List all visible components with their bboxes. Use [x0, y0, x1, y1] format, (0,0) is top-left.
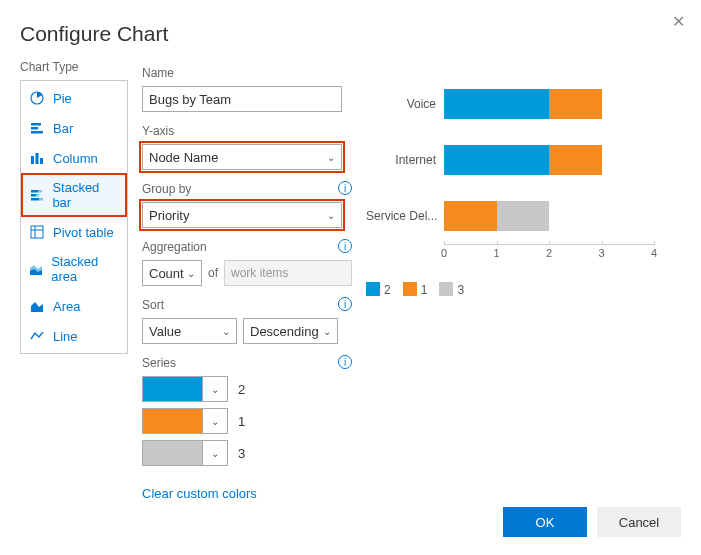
name-value: Bugs by Team [149, 92, 231, 107]
chart-type-line[interactable]: Line [21, 321, 127, 351]
chevron-down-icon: ⌄ [202, 441, 227, 465]
column-icon [29, 150, 45, 166]
chart-type-bar[interactable]: Bar [21, 113, 127, 143]
sort-by-select[interactable]: Value ⌄ [142, 318, 237, 344]
svg-rect-10 [36, 194, 39, 197]
yaxis-value: Node Name [149, 150, 218, 165]
info-icon[interactable]: i [338, 181, 352, 195]
sort-by-value: Value [149, 324, 181, 339]
chart-type-stacked-bar[interactable]: Stacked bar [21, 173, 127, 217]
bar-category-label: Voice [366, 97, 444, 111]
bar-segment [497, 201, 550, 231]
svg-rect-4 [31, 156, 34, 164]
legend-swatch [403, 282, 417, 296]
ok-label: OK [536, 515, 555, 530]
series-row: ⌄1 [142, 408, 352, 434]
area-icon [29, 298, 45, 314]
aggregation-select[interactable]: Count ⌄ [142, 260, 202, 286]
svg-rect-12 [39, 198, 43, 201]
yaxis-label: Y-axis [142, 124, 352, 138]
name-input[interactable]: Bugs by Team [142, 86, 342, 112]
aggregation-label: Aggregation [142, 240, 207, 254]
groupby-value: Priority [149, 208, 189, 223]
of-value: work items [231, 266, 288, 280]
bar-category-label: Internet [366, 153, 444, 167]
bar-row: Internet [366, 132, 656, 188]
svg-rect-6 [40, 158, 43, 164]
svg-rect-13 [31, 226, 43, 238]
clear-colors-link[interactable]: Clear custom colors [142, 486, 352, 501]
pie-icon [29, 90, 45, 106]
of-input: work items [224, 260, 352, 286]
series-color-select[interactable]: ⌄ [142, 440, 228, 466]
bar-track [444, 89, 656, 119]
chart-type-label-text: Area [53, 299, 80, 314]
svg-rect-11 [31, 198, 39, 201]
color-swatch [143, 441, 202, 465]
yaxis-select[interactable]: Node Name ⌄ [142, 144, 342, 170]
svg-rect-7 [31, 190, 38, 193]
sort-dir-select[interactable]: Descending ⌄ [243, 318, 338, 344]
pivot-icon [29, 224, 45, 240]
stacked-bar-icon [29, 187, 44, 203]
series-color-select[interactable]: ⌄ [142, 376, 228, 402]
axis-tick: 3 [598, 245, 604, 259]
svg-rect-2 [31, 127, 38, 130]
bar-track [444, 201, 656, 231]
cancel-label: Cancel [619, 515, 659, 530]
info-icon[interactable]: i [338, 355, 352, 369]
axis-tick: 4 [651, 245, 657, 259]
chart-type-label-text: Line [53, 329, 78, 344]
axis-tick: 0 [441, 245, 447, 259]
groupby-label: Group by [142, 182, 191, 196]
svg-rect-3 [31, 131, 43, 134]
chart-type-stacked-area[interactable]: Stacked area [21, 247, 127, 291]
legend-swatch [366, 282, 380, 296]
info-icon[interactable]: i [338, 297, 352, 311]
chevron-down-icon: ⌄ [202, 409, 227, 433]
color-swatch [143, 409, 202, 433]
series-value-label: 2 [238, 382, 245, 397]
series-value-label: 1 [238, 414, 245, 429]
name-label: Name [142, 66, 352, 80]
legend-item: 3 [439, 282, 464, 297]
bar-segment [549, 145, 602, 175]
svg-rect-9 [31, 194, 36, 197]
chart-type-pivot[interactable]: Pivot table [21, 217, 127, 247]
series-row: ⌄3 [142, 440, 352, 466]
chevron-down-icon: ⌄ [323, 326, 331, 337]
series-color-select[interactable]: ⌄ [142, 408, 228, 434]
axis-tick: 1 [493, 245, 499, 259]
axis-tick: 2 [546, 245, 552, 259]
series-label: Series [142, 356, 176, 370]
of-label: of [208, 266, 218, 280]
series-value-label: 3 [238, 446, 245, 461]
legend-swatch [439, 282, 453, 296]
ok-button[interactable]: OK [503, 507, 587, 537]
cancel-button[interactable]: Cancel [597, 507, 681, 537]
bar-row: Service Del... [366, 188, 656, 244]
chart-type-label-text: Pivot table [53, 225, 114, 240]
color-swatch [143, 377, 202, 401]
bar-segment [444, 145, 549, 175]
chart-type-pie[interactable]: Pie [21, 83, 127, 113]
bar-segment [444, 89, 549, 119]
bar-category-label: Service Del... [366, 209, 444, 223]
series-row: ⌄2 [142, 376, 352, 402]
chart-type-label: Chart Type [20, 60, 128, 74]
svg-rect-5 [36, 153, 39, 164]
chart-type-label-text: Pie [53, 91, 72, 106]
chart-type-area[interactable]: Area [21, 291, 127, 321]
chart-type-column[interactable]: Column [21, 143, 127, 173]
groupby-select[interactable]: Priority ⌄ [142, 202, 342, 228]
stacked-area-icon [29, 261, 43, 277]
chart-type-label-text: Bar [53, 121, 73, 136]
info-icon[interactable]: i [338, 239, 352, 253]
sort-label: Sort [142, 298, 164, 312]
chart-type-label-text: Column [53, 151, 98, 166]
bar-segment [444, 201, 497, 231]
chevron-down-icon: ⌄ [327, 210, 335, 221]
svg-rect-1 [31, 123, 41, 126]
chart-type-list: Pie Bar Column Stacked bar [20, 80, 128, 354]
close-icon[interactable]: ✕ [672, 12, 685, 31]
